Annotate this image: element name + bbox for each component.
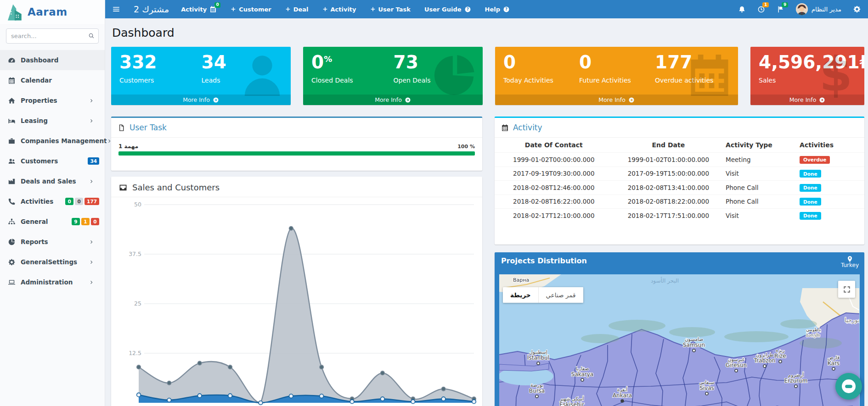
sidebar-item-leasing[interactable]: Leasing (0, 111, 105, 131)
map-city-label: ريزه Rize (774, 347, 786, 359)
more-info-label: More Info (183, 96, 210, 103)
stat-label: Customers (119, 77, 202, 84)
calendar-icon (685, 50, 734, 100)
sidebar-item-label: Leasing (21, 117, 48, 124)
settings-button[interactable] (853, 5, 861, 13)
stat: 0 Future Activities (579, 53, 655, 95)
nav-badge: 0 (214, 2, 220, 8)
map-region-label: ბათუმი (806, 333, 820, 338)
map-view-button[interactable]: خريطة (503, 287, 538, 303)
activity-column-header: Activity Type (724, 138, 798, 153)
more-info-link[interactable]: More Info (303, 95, 483, 105)
sidebar-item-companies-management[interactable]: Companies Management (0, 131, 105, 151)
more-info-label: More Info (375, 96, 402, 103)
sidebar-item-deals-and-sales[interactable]: Deals and Sales (0, 171, 105, 191)
nav-link-label: Help (485, 6, 500, 13)
more-info-link[interactable]: More Info (495, 95, 738, 105)
chevron-right-icon (89, 98, 94, 103)
activity-status-badge: Done (800, 184, 821, 192)
user-menu[interactable]: مدير النظام (796, 3, 841, 15)
count-badge: 0 (91, 218, 99, 226)
stat-label: Future Activities (579, 77, 655, 84)
nav-link-label: Activity (331, 6, 356, 13)
activity-cell: Phone Call (724, 181, 798, 195)
user-task-panel: User Task مهمة 1 100 % (111, 117, 482, 171)
activity-row[interactable]: 2018-02-17T12:10:00.0002018-02-17T17:51:… (495, 209, 864, 222)
sidebar-item-general[interactable]: General 910 (0, 211, 105, 232)
arrow-circle-icon (628, 97, 635, 103)
activity-cell: 2018-02-17T12:10:00.000 (495, 209, 613, 222)
turkey-map[interactable]: البحر الأسودجورجياВарнаباطوميბათუმი إسطن… (499, 274, 860, 406)
plus-icon (231, 6, 236, 12)
nav-link-user-task[interactable]: User Task (370, 6, 411, 13)
chevron-right-icon (89, 239, 94, 245)
count-badge: 9 (72, 218, 80, 226)
home-icon (8, 97, 16, 105)
sidebar-item-label: Activities (21, 198, 53, 205)
activity-row[interactable]: 2018-02-08T12:46:00.0002018-02-08T13:41:… (495, 181, 864, 195)
sidebar-item-customers[interactable]: Customers 34 (0, 151, 105, 171)
sidebar-item-generalsettings[interactable]: GeneralSettings (0, 252, 105, 272)
sidebar-item-dashboard[interactable]: Dashboard (0, 50, 105, 70)
chat-widget-button[interactable] (835, 373, 862, 400)
pie-icon (429, 50, 479, 100)
chevron-right-icon (89, 260, 94, 265)
fullscreen-button[interactable] (838, 281, 855, 298)
nav-link-activity[interactable]: Activity 0 (181, 6, 217, 13)
svg-text:?: ? (505, 7, 507, 11)
task-progress-bar (118, 151, 475, 156)
count-badge: 0 (65, 198, 73, 206)
sidebar-item-administration[interactable]: Administration (0, 272, 105, 292)
stat-value: 332 (119, 53, 202, 72)
svg-text:Ankara: Ankara (613, 392, 632, 399)
activity-row[interactable]: 1999-01-02T00:00:00.0001999-01-02T01:00:… (495, 153, 864, 167)
arrow-circle-icon (405, 97, 411, 103)
nav-link-help[interactable]: Help ? (485, 6, 510, 13)
stat-value: 0 (503, 53, 579, 72)
sidebar-item-reports[interactable]: Reports (0, 232, 105, 252)
svg-text:12.5: 12.5 (129, 350, 141, 356)
nav-link-label: Customer (239, 6, 271, 13)
svg-text:Giresun: Giresun (726, 362, 747, 368)
dollar-icon: $ (811, 50, 861, 100)
stat: 0 Today Activities (503, 53, 579, 95)
flags-button[interactable]: 9 (777, 6, 784, 13)
navbar-right: 1 9 مدير النظام (738, 3, 868, 15)
satellite-view-button[interactable]: قمر صناعي (538, 287, 583, 303)
activity-row[interactable]: 2018-02-08T16:22:00.0002018-02-08T18:22:… (495, 195, 864, 209)
brand-logo[interactable]: Aaram (0, 0, 105, 24)
notifications-button[interactable] (738, 6, 746, 13)
activity-title: Activity (513, 123, 542, 132)
projects-distribution-panel: Projects Distribution Turkey البحر الأسو… (495, 252, 864, 406)
sidebar-toggle-button[interactable] (105, 0, 127, 18)
more-info-link[interactable]: More Info (750, 95, 864, 105)
more-info-link[interactable]: More Info (111, 95, 291, 105)
search-input[interactable] (6, 28, 99, 44)
sidebar-item-properties[interactable]: Properties (0, 90, 105, 111)
reminders-badge: 1 (762, 2, 768, 8)
activity-cell: 2018-02-08T16:22:00.000 (495, 195, 613, 209)
activity-status-badge: Done (800, 198, 821, 206)
svg-text:Eskişehir: Eskişehir (559, 401, 584, 406)
fullscreen-icon (842, 285, 851, 294)
stat-card-3: 0 Today Activities 0 Future Activities 1… (495, 47, 738, 105)
map-city-label: إسطنبول İstanbul (527, 349, 549, 361)
menu-icon (112, 5, 120, 13)
svg-text:Trabzon: Trabzon (754, 357, 776, 364)
nav-link-activity[interactable]: Activity (322, 6, 356, 13)
svg-text:Erzurum: Erzurum (784, 378, 808, 384)
sidebar-item-activities[interactable]: Activities 00177 (0, 191, 105, 211)
reminders-button[interactable]: 1 (757, 6, 765, 13)
map-city-label: سيفاس Sivas (699, 379, 714, 391)
file-icon (118, 124, 125, 132)
nav-link-user-guide[interactable]: User Guide ? (424, 6, 471, 13)
nav-link-deal[interactable]: Deal (285, 6, 309, 13)
area-chart-svg: 5037.52512.5 (116, 199, 478, 406)
activity-row[interactable]: 2017-09-19T09:30:00.0002017-09-19T15:00:… (495, 167, 864, 181)
nav-link-customer[interactable]: Customer (231, 6, 271, 13)
sidebar-item-calendar[interactable]: Calendar (0, 70, 105, 90)
map-region-label: Варна (513, 277, 529, 283)
subscriber-label[interactable]: مشترك 2 (127, 4, 181, 14)
activity-cell: 2018-02-08T12:46:00.000 (495, 181, 613, 195)
left-column: User Task مهمة 1 100 % (111, 117, 482, 406)
